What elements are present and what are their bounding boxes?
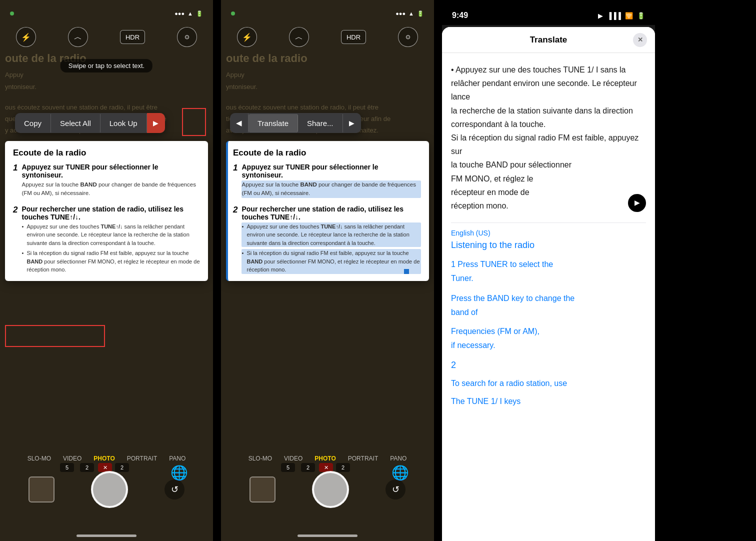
item2-title-2: Pour rechercher une station de radio, ut… xyxy=(242,205,421,221)
translate-header: Translate ✕ xyxy=(442,27,655,53)
item1-body-2: Appuyez sur la touche BAND pour changer … xyxy=(242,180,421,198)
up-button-2[interactable]: ︿ xyxy=(289,27,309,47)
play-button[interactable]: ▶ xyxy=(628,194,646,212)
english-line-3: Press the BAND key to change theband of xyxy=(451,292,646,320)
battery-icon: 🔋 xyxy=(637,12,645,20)
scan-card-title-1: Ecoute de la radio xyxy=(13,148,200,158)
swipe-hint-1: Swipe or tap to select text. xyxy=(60,59,152,72)
flash-button-2[interactable]: ⚡ xyxy=(237,27,257,47)
location-icon: ▶ xyxy=(598,12,603,20)
context-menu-1: Copy Select All Look Up ▶ xyxy=(15,113,165,133)
item2-num-2: 2 xyxy=(233,205,238,215)
shutter-button-1[interactable] xyxy=(91,471,128,508)
item1-num-2: 1 xyxy=(233,163,238,173)
home-indicator-2 xyxy=(298,534,358,537)
rotate-button-1[interactable]: ↺ xyxy=(164,480,184,500)
status-icons-1: ●●● ▲ 🔋 xyxy=(174,10,203,17)
mode-photo-1[interactable]: PHOTO xyxy=(94,455,114,462)
cam-controls-2: ↺ xyxy=(221,466,434,513)
cam-modes-2: SLO-MO VIDEO PHOTO PORTRAIT PANO xyxy=(221,451,434,466)
translate-body[interactable]: • Appuyez sur une des touches TUNE 1/ I … xyxy=(442,53,655,541)
live-button-1[interactable]: ⊙ xyxy=(177,27,197,47)
cam-bottom-bar-2: SLO-MO VIDEO PHOTO PORTRAIT PANO ↺ xyxy=(221,451,434,511)
share-button[interactable]: Share... xyxy=(298,114,343,132)
mode-video-2[interactable]: VIDEO xyxy=(284,455,302,462)
scan-card-title-2: Ecoute de la radio xyxy=(233,148,421,158)
translate-time: 9:49 xyxy=(452,11,468,20)
status-icons-2: ●●● ▲ 🔋 xyxy=(396,10,424,17)
select-all-button[interactable]: Select All xyxy=(51,114,100,132)
up-button-1[interactable]: ︿ xyxy=(68,27,88,47)
status-dot-2 xyxy=(231,12,235,16)
item1-body: Appuyez sur la touche BAND pour changer … xyxy=(22,180,200,198)
copy-button[interactable]: Copy xyxy=(15,114,51,132)
panel-2: oute de la radio Appuy yntoniseur. ous é… xyxy=(221,0,434,541)
hdr-button-2[interactable]: HDR xyxy=(341,30,366,44)
cam-bottom-bar-1: SLO-MO VIDEO PHOTO PORTRAIT PANO ↺ xyxy=(0,451,213,511)
live-button-2[interactable]: ⊙ xyxy=(398,27,418,47)
cam-controls-1: ↺ xyxy=(0,466,213,513)
english-line-5: To search for a radio station, use xyxy=(451,376,646,390)
home-indicator-1 xyxy=(76,534,136,537)
translate-status-icons: ▶ ▐▐▐ 🛜 🔋 xyxy=(598,12,645,20)
english-body: 1 Press TUNER to select the Tuner. Press… xyxy=(451,258,646,408)
scan-card-1: Ecoute de la radio 1 Appuyez sur TUNER p… xyxy=(5,141,208,281)
language-label: English (US) xyxy=(451,229,646,237)
status-bar-2: ●●● ▲ 🔋 xyxy=(221,0,434,22)
cam-top-bar-2: ⚡ ︿ HDR ⊙ xyxy=(221,22,434,52)
divider-1 xyxy=(451,222,646,223)
selection-cursor xyxy=(404,269,409,274)
translate-status-bar: 9:49 ▶ ▐▐▐ 🛜 🔋 xyxy=(442,0,655,25)
french-text: • Appuyez sur une des touches TUNE 1/ I … xyxy=(451,63,646,212)
look-up-button[interactable]: Look Up xyxy=(100,114,147,132)
context-menu-2: ◀ Translate Share... ▶ xyxy=(230,113,361,133)
panel-1: oute de la radio Appuy yntoniseur. ous é… xyxy=(0,0,213,541)
translate-close-button[interactable]: ✕ xyxy=(633,33,647,47)
english-line-6: The TUNE 1/ I keys xyxy=(451,394,646,408)
status-dot-1 xyxy=(10,12,14,16)
english-line-4: Frequencies (FM or AM),if necessary. xyxy=(451,324,646,352)
translate-title: Translate xyxy=(530,35,568,45)
item2-title: Pour rechercher une station de radio, ut… xyxy=(22,205,200,221)
rotate-button-2[interactable]: ↺ xyxy=(386,480,406,500)
mode-pano-1[interactable]: PANO xyxy=(169,455,186,462)
flash-button-1[interactable]: ⚡ xyxy=(16,27,36,47)
thumb-preview-2[interactable] xyxy=(250,476,276,502)
hdr-button-1[interactable]: HDR xyxy=(120,30,145,44)
mode-slo-mo-1[interactable]: SLO-MO xyxy=(28,455,51,462)
item2-bullet1: Appuyez sur une des touches TUNE↑/↓ sans… xyxy=(22,222,200,248)
gap-2 xyxy=(434,0,442,541)
menu-next-arrow[interactable]: ▶ xyxy=(147,113,165,133)
item1-title: Appuyez sur TUNER pour sélectionner le s… xyxy=(22,163,200,179)
prev-arrow-btn[interactable]: ◀ xyxy=(230,114,248,132)
wifi-icon: 🛜 xyxy=(625,12,633,20)
item1-num: 1 xyxy=(13,163,18,173)
mode-photo-2[interactable]: PHOTO xyxy=(314,455,336,462)
scan-card-2: Ecoute de la radio 1 Appuyez sur TUNER p… xyxy=(226,141,429,281)
english-num-2: 2 xyxy=(451,358,646,374)
mode-video-1[interactable]: VIDEO xyxy=(63,455,82,462)
mode-portrait-2[interactable]: PORTRAIT xyxy=(348,455,378,462)
english-line-1: 1 Press TUNER to select the xyxy=(451,258,646,272)
english-line-2: Tuner. xyxy=(451,272,646,286)
item2-bullet2-2: Si la réception du signal radio FM est f… xyxy=(242,249,421,274)
shutter-button-2[interactable] xyxy=(312,471,349,508)
item2-bullet1-2: Appuyez sur une des touches TUNE↑/↓ sans… xyxy=(242,222,421,248)
status-bar-1: ●●● ▲ 🔋 xyxy=(0,0,213,22)
panel-3-translate: 9:49 ▶ ▐▐▐ 🛜 🔋 Translate ✕ • Appuyez sur… xyxy=(442,0,655,541)
thumb-preview-1[interactable] xyxy=(28,476,54,502)
translate-sheet: Translate ✕ • Appuyez sur une des touche… xyxy=(442,27,655,541)
mode-slo-mo-2[interactable]: SLO-MO xyxy=(248,455,272,462)
item2-num: 2 xyxy=(13,205,18,215)
signal-icon: ▐▐▐ xyxy=(607,12,621,20)
mode-portrait-1[interactable]: PORTRAIT xyxy=(127,455,157,462)
mode-pano-2[interactable]: PANO xyxy=(390,455,406,462)
cam-modes-1: SLO-MO VIDEO PHOTO PORTRAIT PANO xyxy=(0,451,213,466)
menu-next-arrow-2[interactable]: ▶ xyxy=(343,113,361,133)
cam-top-bar-1: ⚡ ︿ HDR ⊙ xyxy=(0,22,213,52)
item1-title-2: Appuyez sur TUNER pour sélectionner le s… xyxy=(242,163,421,179)
gap-1 xyxy=(213,0,221,541)
translate-button[interactable]: Translate xyxy=(248,114,298,132)
item2-bullet2: Si la réception du signal radio FM est f… xyxy=(22,249,200,274)
english-title: Listening to the radio xyxy=(451,240,646,250)
